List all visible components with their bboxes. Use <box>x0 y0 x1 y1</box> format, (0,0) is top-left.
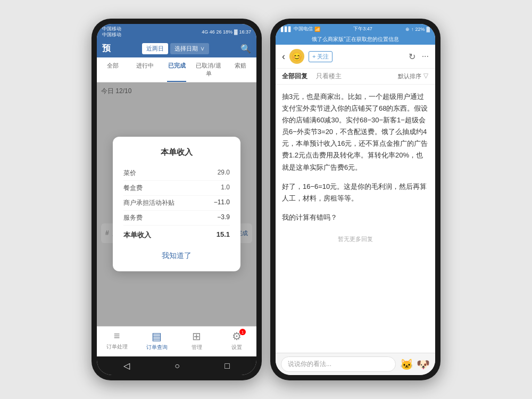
right-header-right: ↻ ··· <box>409 52 429 62</box>
notification-bar: 饿了么商家版"正在获取您的位置信息 <box>276 34 435 45</box>
modal-title: 本单收入 <box>123 147 230 157</box>
nav-ongoing[interactable]: 进行中 <box>129 57 161 82</box>
confirm-button[interactable]: 我知道了 <box>123 251 230 261</box>
left-header-title: 预 <box>102 43 111 54</box>
left-status-icons: 4G 46 26 18% ▓ 16:37 <box>202 29 251 35</box>
nav-cancelled[interactable]: 已取消/退单 <box>193 57 225 82</box>
subsidy-value: −11.0 <box>214 198 230 207</box>
right-status-right: ⊕ ↑ 22% ▓ <box>405 27 430 32</box>
content-paragraph-2: 好了，16−6=10元。这是你的毛利润，然后再算人工，材料，房租等等。 <box>282 181 429 204</box>
avatar: 😊 <box>289 49 304 64</box>
home-bar: ◁ ○ □ <box>97 356 256 375</box>
modal-row-total: 本单收入 15.1 <box>123 228 230 243</box>
right-time: 下午3:47 <box>353 26 372 32</box>
reply-tabs: 全部回复 只看楼主 默认排序 ▽ <box>276 69 435 85</box>
right-phone: ▋▋▋ 中国电信 📶 下午3:47 ⊕ ↑ 22% ▓ 饿了么商家版"正在获取您… <box>270 19 440 380</box>
modal-overlay: 本单收入 菜价 29.0 餐盒费 1.0 商户承担活动补贴 −11.0 <box>97 82 256 326</box>
content-paragraph-1: 抽3元，也是商家出。比如，一个超级用户通过支付宝外卖节进入你的店铺买了68的东西… <box>282 91 429 173</box>
subsidy-label: 商户承担活动补贴 <box>123 198 174 207</box>
refresh-icon[interactable]: ↻ <box>409 52 415 62</box>
recent-button[interactable]: □ <box>225 361 230 371</box>
tab-host-only[interactable]: 只看楼主 <box>316 72 342 81</box>
select-date-tab[interactable]: 选择日期 ∨ <box>170 43 209 54</box>
settings-badge: 1 <box>239 329 246 335</box>
left-header: 预 近两日 选择日期 ∨ 🔍 <box>97 40 256 57</box>
emoji-buttons: 🐱 🐶 <box>400 358 430 371</box>
left-carrier: 中国移动 中国移动 <box>102 26 121 38</box>
bottom-nav-manage[interactable]: ⊞ 管理 <box>177 330 217 351</box>
box-value: 1.0 <box>221 184 230 193</box>
nav-all[interactable]: 全部 <box>97 57 129 82</box>
service-label: 服务费 <box>123 213 143 222</box>
bottom-label-4: 设置 <box>231 344 242 351</box>
left-header-tabs: 近两日 选择日期 ∨ <box>114 43 237 54</box>
bottom-label-2: 订单查询 <box>146 344 168 351</box>
income-modal: 本单收入 菜价 29.0 餐盒费 1.0 商户承担活动补贴 −11.0 <box>113 137 240 271</box>
box-label: 餐盒费 <box>123 184 143 193</box>
right-status-left: ▋▋▋ 中国电信 📶 <box>281 26 320 32</box>
more-icon[interactable]: ··· <box>422 52 429 61</box>
bottom-label-3: 管理 <box>192 344 202 351</box>
order-query-icon: ▤ <box>152 330 162 343</box>
recent-days-tab[interactable]: 近两日 <box>142 43 168 54</box>
left-status-bar: 中国移动 中国移动 4G 46 26 18% ▓ 16:37 <box>97 24 256 40</box>
comment-input-bar: 说说你的看法... 🐱 🐶 <box>276 353 435 375</box>
content-paragraph-3: 我的计算有错吗？ <box>282 212 429 223</box>
order-process-icon: ≡ <box>114 330 120 342</box>
emoji-icon-1[interactable]: 🐱 <box>400 358 413 371</box>
price-value: 29.0 <box>218 169 230 178</box>
bottom-label-1: 订单处理 <box>106 343 128 351</box>
left-phone: 中国移动 中国移动 4G 46 26 18% ▓ 16:37 预 近两日 选择日… <box>92 19 262 380</box>
right-header: ‹ 😊 + 关注 ↻ ··· <box>276 45 435 69</box>
manage-icon: ⊞ <box>192 330 201 343</box>
home-button[interactable]: ○ <box>174 361 180 371</box>
price-label: 菜价 <box>123 169 136 178</box>
bottom-nav-order-query[interactable]: ▤ 订单查询 <box>137 330 177 351</box>
modal-row-price: 菜价 29.0 <box>123 166 230 181</box>
left-content: 今日 12/10 本单收入 菜价 29.0 餐盒费 1.0 <box>97 82 256 326</box>
bottom-nav-settings[interactable]: ⚙ 1 设置 <box>217 330 256 351</box>
modal-row-service: 服务费 −3.9 <box>123 211 230 226</box>
bottom-nav: ≡ 订单处理 ▤ 订单查询 ⊞ 管理 ⚙ 1 设置 <box>97 326 256 356</box>
total-label: 本单收入 <box>123 230 151 240</box>
search-icon[interactable]: 🔍 <box>240 44 251 54</box>
emoji-icon-2[interactable]: 🐶 <box>417 358 430 371</box>
comment-placeholder: 说说你的看法... <box>288 360 331 368</box>
comment-input[interactable]: 说说你的看法... <box>281 356 396 372</box>
right-content: 抽3元，也是商家出。比如，一个超级用户通过支付宝外卖节进入你的店铺买了68的东西… <box>276 85 435 353</box>
sort-selector[interactable]: 默认排序 ▽ <box>398 72 429 80</box>
no-more-label: 暂无更多回复 <box>282 231 429 247</box>
modal-row-box: 餐盒费 1.0 <box>123 181 230 196</box>
total-value: 15.1 <box>217 230 230 240</box>
tab-all-replies[interactable]: 全部回复 <box>282 72 307 81</box>
right-status-bar: ▋▋▋ 中国电信 📶 下午3:47 ⊕ ↑ 22% ▓ <box>276 24 435 34</box>
back-button[interactable]: ◁ <box>123 361 130 371</box>
bottom-nav-order-processing[interactable]: ≡ 订单处理 <box>97 330 137 351</box>
service-value: −3.9 <box>217 213 230 222</box>
left-nav-tabs: 全部 进行中 已完成 已取消/退单 索赔 <box>97 57 256 82</box>
modal-row-subsidy: 商户承担活动补贴 −11.0 <box>123 196 230 211</box>
nav-completed[interactable]: 已完成 <box>161 57 193 82</box>
follow-button[interactable]: + 关注 <box>309 51 332 62</box>
back-arrow-icon[interactable]: ‹ <box>282 51 285 62</box>
nav-claim[interactable]: 索赔 <box>225 57 256 82</box>
right-header-left: ‹ 😊 + 关注 <box>282 49 332 64</box>
